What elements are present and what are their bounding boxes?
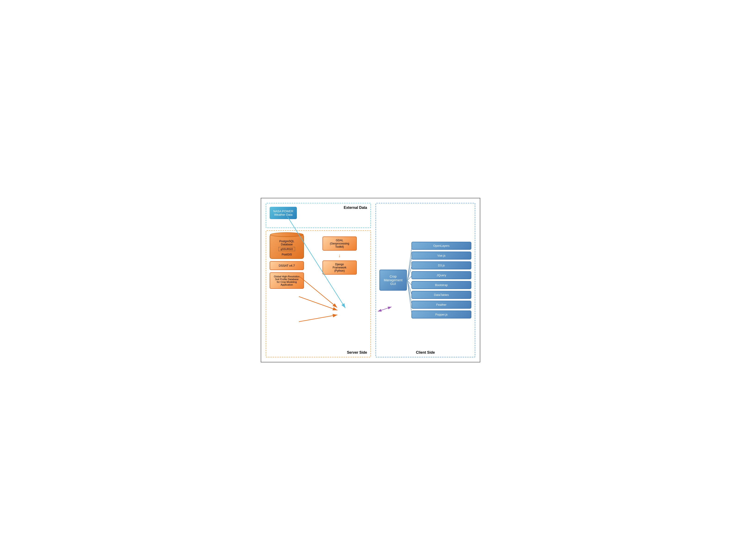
postgis-label: PostGIS [272,253,301,256]
django-box: Django Framework (Python) [323,260,357,274]
gdal-box: GDAL (Geoprocessing Toolkit) [323,236,357,251]
main-diagram: NASA POWER Weather Data External Data Po… [261,198,480,363]
external-data-label: External Data [344,206,367,210]
left-panel: NASA POWER Weather Data External Data Po… [266,203,371,357]
db-line1: PostgreSQL [272,240,301,243]
db-line2: Database [272,243,301,246]
lib-box-bootstrap: Bootstrap [411,281,471,289]
lib-box-jquery: JQuery [411,271,471,279]
client-inner: Crop Management GUI OpenLayersVue.jsD3.j… [380,207,471,353]
lib-box-datatables: DataTables [411,291,471,299]
lib-box-popper-js: Popper.js [411,311,471,319]
soil-db-box: Global High-Resolution Soil Profile Data… [270,272,304,289]
nasa-line1: NASA POWER [273,210,293,213]
nasa-line2: Weather Data [273,213,293,216]
postgresql-database: PostgreSQL Database gSSURGO PostGIS [270,234,304,259]
gdal-line1: GDAL [326,239,353,242]
server-right-column: GDAL (Geoprocessing Toolkit) ↓ Django Fr… [312,234,367,353]
external-data-box: NASA POWER Weather Data External Data [266,203,371,228]
django-line3: (Python) [326,269,353,272]
crop-management-gui: Crop Management GUI [380,269,407,291]
server-side-label: Server Side [347,350,367,354]
crop-gui-line3: GUI [383,282,403,286]
lib-box-feather: Feather [411,301,471,309]
lib-box-openlayers: OpenLayers [411,242,471,250]
crop-gui-line2: Management [383,278,403,282]
dssat-box: DSSAT v4.7 [270,261,304,270]
gssurgo-label: gSSURGO [279,247,295,251]
django-line1: Django [326,263,353,266]
client-side-panel: Crop Management GUI OpenLayersVue.jsD3.j… [376,203,475,357]
crop-gui-line1: Crop [383,274,403,278]
lib-box-vue-js: Vue.js [411,252,471,259]
gdal-line3: Toolkit) [326,245,353,248]
client-side-label: Client Side [416,350,435,354]
django-line2: Framework [326,266,353,269]
gdal-line2: (Geoprocessing [326,242,353,245]
nasa-power-box: NASA POWER Weather Data [270,207,297,219]
server-left-column: PostgreSQL Database gSSURGO PostGIS DSSA… [270,234,309,353]
server-side-box: PostgreSQL Database gSSURGO PostGIS DSSA… [266,230,371,357]
lib-box-d3-js: D3.js [411,261,471,269]
arrow-down: ↓ [338,253,341,258]
library-list: OpenLayersVue.jsD3.jsJQueryBootstrapData… [411,242,471,319]
